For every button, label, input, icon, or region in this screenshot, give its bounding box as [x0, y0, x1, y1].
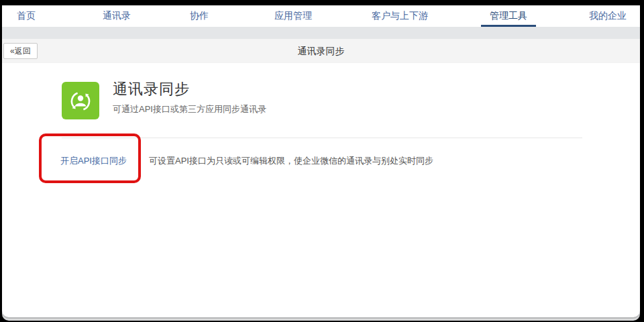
- page-title: 通讯录同步: [113, 79, 190, 99]
- nav-tab-apps[interactable]: 应用管理: [274, 5, 312, 27]
- page-toolbar: «返回 通讯录同步: [2, 39, 640, 63]
- top-nav: 首页 通讯录 协作 应用管理 客户与上下游 管理工具 我的企业: [2, 5, 640, 27]
- nav-tab-collaboration[interactable]: 协作: [190, 5, 209, 27]
- contact-sync-icon: [62, 82, 99, 119]
- app-window: 首页 通讯录 协作 应用管理 客户与上下游 管理工具 我的企业 «返回 通讯录同…: [2, 5, 640, 321]
- content-card: 通讯录同步 可通过API接口或第三方应用同步通讯录 开启API接口同步 可设置A…: [2, 63, 640, 317]
- enable-api-sync-link[interactable]: 开启API接口同步: [60, 155, 127, 167]
- toolbar-page-title: 通讯录同步: [2, 39, 640, 63]
- nav-tab-customers[interactable]: 客户与上下游: [372, 5, 428, 27]
- nav-tab-home[interactable]: 首页: [17, 5, 36, 27]
- section-divider: [62, 138, 582, 138]
- nav-tab-admin-tools[interactable]: 管理工具: [490, 5, 527, 27]
- nav-tab-my-company[interactable]: 我的企业: [589, 5, 627, 27]
- nav-tab-contacts[interactable]: 通讯录: [103, 5, 131, 27]
- api-sync-description: 可设置API接口为只读或可编辑权限，使企业微信的通讯录与别处实时同步: [149, 155, 433, 167]
- page-subtitle: 可通过API接口或第三方应用同步通讯录: [113, 103, 266, 115]
- header-spacer-band: [2, 27, 640, 39]
